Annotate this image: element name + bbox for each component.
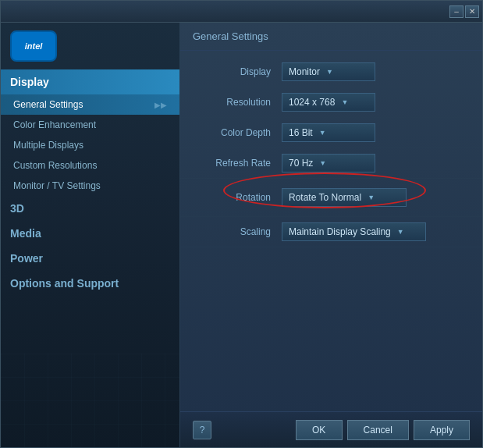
rotation-control: Rotate To Normal ▼ xyxy=(282,188,467,207)
refresh-rate-control: 70 Hz ▼ xyxy=(282,154,467,172)
sidebar-decoration xyxy=(1,354,179,447)
dropdown-arrow-icon: ▼ xyxy=(326,68,333,76)
color-depth-control: 16 Bit ▼ xyxy=(282,123,467,142)
help-button[interactable]: ? xyxy=(193,421,211,439)
intel-logo: intel xyxy=(10,30,57,62)
sidebar-item-power[interactable]: Power xyxy=(1,246,179,271)
sidebar-item-general-settings[interactable]: General Settings ▶▶ xyxy=(1,94,179,115)
dropdown-arrow-icon: ▼ xyxy=(341,98,348,106)
sidebar-item-color-enhancement[interactable]: Color Enhancement xyxy=(1,115,179,135)
apply-button[interactable]: Apply xyxy=(414,420,470,440)
main-content: General Settings Display Monitor ▼ Resol… xyxy=(180,23,482,447)
resolution-label: Resolution xyxy=(196,97,282,108)
rotation-setting-row: Rotation Rotate To Normal ▼ xyxy=(180,179,482,217)
resolution-setting-row: Resolution 1024 x 768 ▼ xyxy=(180,87,482,118)
refresh-rate-setting-row: Refresh Rate 70 Hz ▼ xyxy=(180,148,482,179)
close-button[interactable]: ✕ xyxy=(465,5,479,18)
sidebar: intel Display General Settings ▶▶ Color … xyxy=(1,23,180,447)
display-setting-row: Display Monitor ▼ xyxy=(180,57,482,87)
rotation-dropdown[interactable]: Rotate To Normal ▼ xyxy=(282,188,407,207)
dropdown-arrow-icon: ▼ xyxy=(368,194,375,201)
sidebar-item-options[interactable]: Options and Support xyxy=(1,271,179,296)
sidebar-item-multiple-displays[interactable]: Multiple Displays xyxy=(1,135,179,155)
dropdown-arrow-icon: ▼ xyxy=(319,129,326,137)
sidebar-item-monitor-tv[interactable]: Monitor / TV Settings xyxy=(1,176,179,196)
cancel-button[interactable]: Cancel xyxy=(347,420,409,440)
display-dropdown[interactable]: Monitor ▼ xyxy=(282,62,375,81)
refresh-rate-dropdown[interactable]: 70 Hz ▼ xyxy=(282,154,375,172)
color-depth-dropdown[interactable]: 16 Bit ▼ xyxy=(282,123,375,142)
refresh-rate-label: Refresh Rate xyxy=(196,158,282,169)
arrow-right-icon: ▶▶ xyxy=(154,101,167,109)
scaling-setting-row: Scaling Maintain Display Scaling ▼ xyxy=(180,217,482,247)
rotation-label: Rotation xyxy=(196,192,282,203)
sidebar-item-display[interactable]: Display xyxy=(1,69,179,94)
dropdown-arrow-icon: ▼ xyxy=(397,228,404,236)
scaling-dropdown[interactable]: Maintain Display Scaling ▼ xyxy=(282,222,426,241)
scaling-label: Scaling xyxy=(196,226,282,237)
scaling-control: Maintain Display Scaling ▼ xyxy=(282,222,467,241)
title-bar: – ✕ xyxy=(1,1,482,23)
window-controls: – ✕ xyxy=(449,5,479,18)
settings-area: Display Monitor ▼ Resolution 1024 x 768 xyxy=(180,51,482,411)
color-depth-setting-row: Color Depth 16 Bit ▼ xyxy=(180,118,482,148)
content-area: intel Display General Settings ▶▶ Color … xyxy=(1,23,482,447)
sidebar-item-3d[interactable]: 3D xyxy=(1,196,179,221)
main-window: – ✕ intel Display General Settings ▶▶ Co… xyxy=(0,0,483,448)
display-control: Monitor ▼ xyxy=(282,62,467,81)
display-label: Display xyxy=(196,66,282,77)
sidebar-item-media[interactable]: Media xyxy=(1,221,179,246)
bottom-bar: ? OK Cancel Apply xyxy=(180,411,482,447)
sidebar-nav: Display General Settings ▶▶ Color Enhanc… xyxy=(1,69,179,354)
ok-button[interactable]: OK xyxy=(296,420,343,440)
color-depth-label: Color Depth xyxy=(196,127,282,138)
resolution-control: 1024 x 768 ▼ xyxy=(282,93,467,112)
dropdown-arrow-icon: ▼ xyxy=(319,159,326,167)
resolution-dropdown[interactable]: 1024 x 768 ▼ xyxy=(282,93,375,112)
panel-title: General Settings xyxy=(180,23,482,51)
sidebar-item-custom-resolutions[interactable]: Custom Resolutions xyxy=(1,155,179,176)
minimize-button[interactable]: – xyxy=(449,5,463,18)
